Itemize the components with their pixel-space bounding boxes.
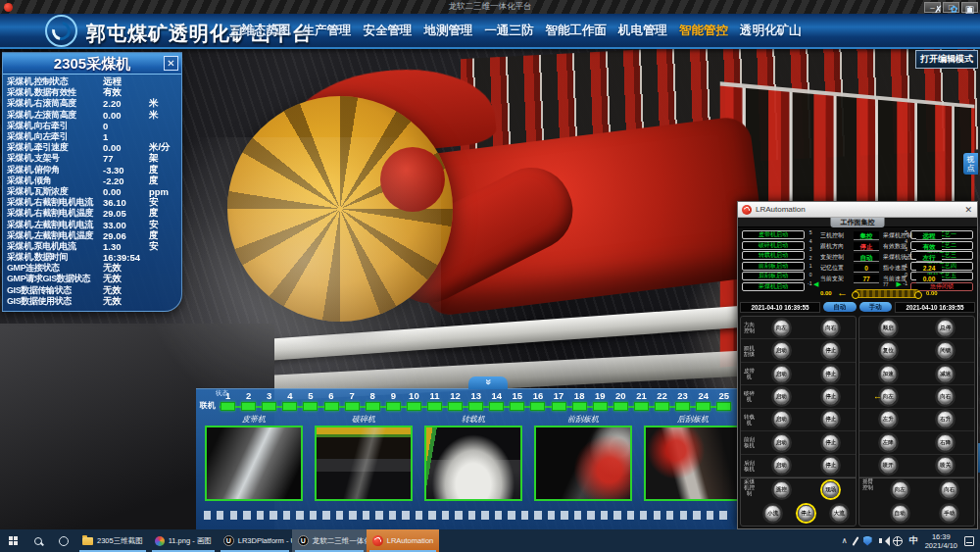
control-button[interactable]: 小流 — [764, 505, 781, 522]
tools-icon[interactable]: ✗ — [932, 3, 945, 16]
control-button[interactable]: 顺启 — [880, 320, 897, 336]
control-button[interactable]: 喷开 — [880, 457, 897, 474]
control-button[interactable]: 启动 — [773, 388, 790, 405]
control-button[interactable]: 向右 — [941, 481, 957, 498]
control-button[interactable]: 停止 — [822, 457, 839, 474]
control-button[interactable]: 左降 — [880, 434, 897, 451]
control-button[interactable]: 向右 — [822, 320, 839, 336]
camera-thumbnail[interactable] — [205, 426, 303, 501]
channel-online-indicator — [386, 402, 401, 411]
control-button[interactable]: 停止 — [822, 342, 839, 359]
panel-close-icon[interactable]: ✕ — [164, 56, 178, 71]
control-button[interactable]: 总停 — [937, 320, 954, 336]
taskbar-search-button[interactable] — [25, 529, 51, 552]
control-button[interactable]: 停止 — [822, 434, 839, 451]
lra-group-button[interactable]: 转载机启动 — [742, 251, 805, 260]
nav-item[interactable]: 智能管控 — [673, 23, 734, 39]
scale-tick: 5 — [808, 228, 811, 237]
control-button[interactable]: 启动 — [773, 457, 790, 474]
nav-item[interactable]: 透明化矿山 — [734, 23, 808, 39]
camera-thumbnail[interactable] — [315, 426, 413, 501]
folder-icon — [82, 537, 93, 545]
control-button[interactable]: 停止 — [822, 366, 839, 382]
ime-indicator[interactable]: 中 — [909, 534, 918, 547]
tray-expand-icon[interactable]: ∧ — [842, 536, 848, 545]
control-button[interactable]: 自动 — [892, 505, 908, 522]
restore-icon[interactable]: ▣ — [963, 3, 976, 16]
control-button[interactable]: 右升 — [937, 411, 954, 427]
camera-thumbnail[interactable] — [644, 426, 742, 501]
control-button[interactable]: 遥控 — [773, 481, 790, 498]
channel-online-indicator — [696, 402, 710, 411]
nav-item[interactable]: 安全管理 — [358, 23, 418, 39]
taskbar-app[interactable]: 11.png - 画图 — [149, 529, 218, 552]
lra-group-button[interactable]: 破碎机启动 — [742, 241, 805, 250]
start-button[interactable] — [0, 529, 25, 552]
nav-item[interactable]: 地测管理 — [418, 23, 479, 39]
telemetry-value: 有效 — [103, 86, 149, 99]
lra-group-button[interactable]: 前刮板启动 — [742, 262, 805, 271]
control-button[interactable]: 向左 — [892, 481, 908, 498]
channel-online-indicator — [613, 402, 628, 411]
control-button[interactable]: 现场 — [822, 481, 839, 498]
collapse-down-chevron-icon[interactable]: » — [468, 376, 508, 389]
nav-item[interactable]: 机电管理 — [612, 23, 673, 39]
taskbar-app[interactable]: U龙软二三维一体化... — [292, 529, 367, 552]
control-button[interactable]: 闭锁 — [937, 342, 954, 359]
taskbar-app[interactable]: LRAutomation — [367, 529, 440, 552]
scale-tick: 4 — [808, 237, 811, 246]
action-center-icon[interactable] — [964, 536, 974, 546]
control-button[interactable]: 停止 — [822, 411, 839, 427]
open-edit-mode-button[interactable]: 打开编辑模式 — [915, 50, 978, 69]
control-button[interactable]: 向左 — [880, 388, 897, 405]
cortana-button[interactable] — [51, 529, 76, 552]
lra-close-icon[interactable]: ✕ — [964, 205, 977, 215]
telemetry-row: GIS数据使用状态无效 — [3, 296, 181, 307]
control-button[interactable]: 启动 — [773, 342, 790, 359]
mode-button-auto[interactable]: 自动 — [823, 302, 857, 312]
nav-item[interactable]: 一通三防 — [479, 23, 540, 39]
nav-item[interactable]: 三维态势图 — [223, 23, 297, 39]
clock[interactable]: 16:39 2021/4/10 — [925, 532, 957, 550]
tab-workface-control[interactable]: 工作面集控 — [831, 218, 885, 227]
control-button[interactable]: 向左 — [773, 320, 790, 336]
lra-group-button[interactable]: 采煤机启动 — [742, 282, 805, 291]
control-button[interactable]: 停止 — [822, 388, 839, 405]
control-button[interactable]: 停止 — [798, 505, 814, 522]
control-button[interactable]: 减速 — [937, 366, 954, 382]
security-shield-icon[interactable] — [863, 536, 872, 546]
status-value: 0 — [854, 264, 879, 273]
control-group-label: 摇臂控制 — [859, 478, 875, 526]
nav-item[interactable]: 智能工作面 — [540, 23, 613, 39]
volume-icon[interactable] — [879, 538, 882, 543]
taskbar-app[interactable]: ULR3DPlatform - U... — [218, 529, 292, 552]
lra-group-button[interactable]: 皮带机启动 — [742, 230, 805, 239]
camera-item: 前刮板机 — [534, 414, 632, 501]
pen-icon[interactable] — [852, 536, 858, 546]
camera-label: 破碎机 — [315, 414, 413, 426]
taskbar-app[interactable]: 2305三维截图 — [76, 529, 149, 552]
lra-group-button[interactable]: 后刮板启动 — [742, 272, 805, 280]
camera-thumbnail[interactable] — [534, 426, 632, 501]
control-button[interactable]: 复位 — [880, 342, 897, 359]
control-button[interactable]: 启动 — [773, 434, 790, 451]
gear-icon[interactable]: ✿ — [948, 3, 960, 16]
control-button[interactable]: 手动 — [941, 505, 957, 522]
network-icon[interactable] — [893, 536, 903, 546]
control-button[interactable]: 喷关 — [937, 457, 954, 474]
shearer-position-slider[interactable] — [854, 289, 920, 298]
nav-item[interactable]: 生产管理 — [297, 23, 358, 39]
lra-title-bar[interactable]: LRAutomation ✕ — [738, 202, 977, 218]
viewpoint-tab[interactable]: 视点 — [963, 153, 978, 175]
control-row: 破碎机启动停止 — [741, 385, 856, 408]
control-button[interactable]: 右降 — [937, 434, 954, 451]
control-button[interactable]: 启动 — [773, 411, 790, 427]
control-button[interactable]: 启动 — [773, 366, 790, 382]
control-button[interactable]: 大流 — [831, 505, 848, 522]
control-button[interactable]: 加速 — [880, 366, 897, 382]
lra-left-button-column: 皮带机启动破碎机启动转载机启动前刮板启动后刮板启动采煤机启动 — [742, 230, 805, 291]
mode-button-manual[interactable]: 手动 — [859, 302, 893, 312]
control-button[interactable]: 左升 — [880, 411, 897, 427]
camera-thumbnail[interactable] — [424, 426, 522, 501]
control-button[interactable]: 向右 — [937, 388, 954, 405]
